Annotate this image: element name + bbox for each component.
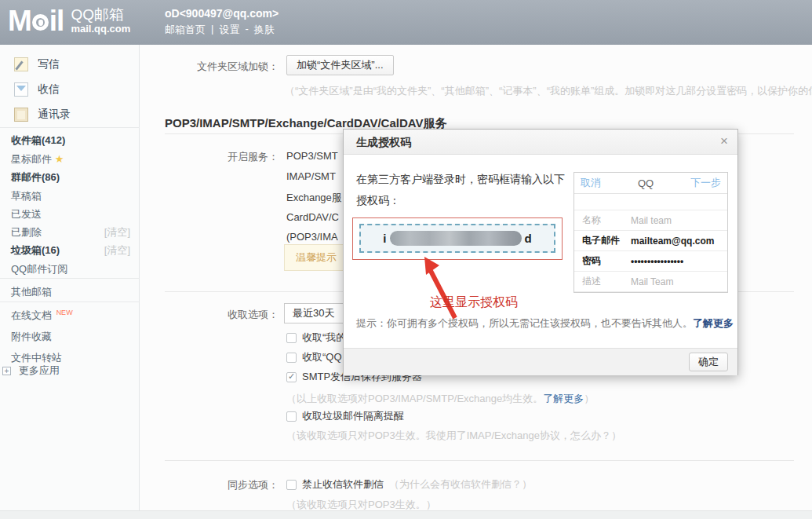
service-carddav[interactable]: CardDAV/C xyxy=(286,211,339,223)
sidebar-item-inbox[interactable]: 收件箱(412) xyxy=(11,133,65,148)
sidebar-divider xyxy=(0,127,140,128)
instruction-line-1: 在第三方客户端登录时，密码框请输入以下 xyxy=(356,169,592,190)
sidebar-item-subscriptions[interactable]: QQ邮件订阅 xyxy=(11,262,67,276)
sidebar-item-contacts[interactable]: 通讯录 xyxy=(14,108,71,122)
deleted-clear-link[interactable]: [清空] xyxy=(104,225,130,239)
sidebar-item-more-apps[interactable]: + 更多应用 xyxy=(2,364,60,378)
sync-options-label: 同步选项： xyxy=(145,478,279,492)
lock-folder-area-button[interactable]: 加锁“文件夹区域”... xyxy=(286,55,394,75)
logo-text-il: il xyxy=(49,5,64,38)
nav-settings-link[interactable]: 设置 xyxy=(219,23,239,37)
logo-text-m: M xyxy=(8,5,31,38)
dialog-learn-more-link[interactable]: 了解更多 xyxy=(693,317,734,329)
logo-domain: mail.qq.com xyxy=(71,24,130,35)
auth-code-prefix: i xyxy=(383,232,386,245)
sidebar-item-compose[interactable]: 写信 xyxy=(14,57,60,71)
sidebar-divider xyxy=(0,278,140,279)
sidebar-item-deleted[interactable]: 已删除 [清空] xyxy=(11,225,130,239)
fetch-qq-checkbox[interactable] xyxy=(286,353,297,363)
more-apps-label: 更多应用 xyxy=(19,364,60,376)
sidebar: 写信 收信 通讯录 收件箱(412) 星标邮件 ★ 群邮件(86) 草稿箱 已发… xyxy=(0,45,140,519)
receive-label: 收信 xyxy=(38,82,60,97)
sync-question-link[interactable]: （为什么会有收信软件删信？） xyxy=(389,477,532,492)
header: M il QQ邮箱 mail.qq.com oD<900497@qq.com> … xyxy=(0,0,812,45)
services-label: 开启服务： xyxy=(145,150,279,164)
fetch-note-1-text: （以上收取选项对POP3/IMAP/SMTP/Exchange均生效。 xyxy=(286,393,543,404)
spam-reminder-label: 收取垃圾邮件隔离提醒 xyxy=(302,409,404,423)
sync-forbid-delete-row: 禁止收信软件删信 （为什么会有收信软件删信？） xyxy=(286,477,532,492)
fetch-my-folders-checkbox[interactable] xyxy=(286,333,297,343)
services-note: (POP3/IMA xyxy=(286,231,338,243)
sync-forbid-delete-label: 禁止收信软件删信 xyxy=(302,477,384,492)
nav-mail-home-link[interactable]: 邮箱首页 xyxy=(165,23,206,37)
sidebar-divider xyxy=(0,302,140,302)
section-divider xyxy=(165,460,794,461)
client-cancel-label: 取消 xyxy=(581,176,601,190)
sidebar-item-group-mail[interactable]: 群邮件(86) xyxy=(11,170,60,185)
fetch-my-folders-row: 收取“我的 xyxy=(286,331,346,345)
client-description-label: 描述 xyxy=(582,275,631,288)
client-config-illustration: 取消 QQ 下一步 名称 Mail team 电子邮件 mailteam@qq.… xyxy=(573,172,728,293)
service-imap-smtp[interactable]: IMAP/SMT xyxy=(286,170,336,182)
folder-lock-note: （“文件夹区域”是由“我的文件夹”、“其他邮箱”、“记事本”、“我的账单”组成。… xyxy=(285,84,812,98)
sidebar-item-online-docs[interactable]: 在线文档 NEW xyxy=(11,309,73,323)
star-icon: ★ xyxy=(55,153,64,165)
dialog-tip: 提示：你可拥有多个授权码，所以无需记住该授权码，也不要告诉其他人。了解更多 xyxy=(356,316,734,331)
service-pop3-smtp[interactable]: POP3/SMT xyxy=(286,150,338,162)
spam-reminder-checkbox[interactable] xyxy=(286,411,297,422)
sidebar-item-drafts[interactable]: 草稿箱 xyxy=(11,189,42,203)
online-docs-label: 在线文档 xyxy=(11,309,52,321)
fetch-my-folders-label: 收取“我的 xyxy=(302,331,346,345)
compose-pencil-icon xyxy=(14,57,28,71)
logo-subtext: QQ邮箱 mail.qq.com xyxy=(71,7,130,35)
sidebar-item-spam[interactable]: 垃圾箱(16) [清空] xyxy=(11,243,130,258)
fetch-options-label: 收取选项： xyxy=(145,308,279,322)
spam-clear-link[interactable]: [清空] xyxy=(104,243,130,258)
sidebar-item-sent[interactable]: 已发送 xyxy=(11,207,42,221)
contacts-label: 通讯录 xyxy=(38,108,71,122)
client-password-label: 密码 xyxy=(582,254,631,268)
client-row-description: 描述 Mail Team xyxy=(574,272,727,292)
receive-envelope-icon xyxy=(14,82,28,97)
nav-separator: | xyxy=(211,23,213,37)
dialog-title: 生成授权码 xyxy=(356,136,411,148)
client-row-password: 密码 •••••••••••••••• xyxy=(574,251,727,272)
dialog-footer: 确定 xyxy=(344,348,737,375)
smtp-save-checkbox[interactable] xyxy=(286,372,297,382)
generate-auth-code-dialog: 生成授权码 × 在第三方客户端登录时，密码框请输入以下 授权码： i d 这里显… xyxy=(343,129,738,375)
mail-logo-icon xyxy=(32,14,49,31)
sidebar-item-inbox-check[interactable]: 收信 xyxy=(14,82,60,97)
sidebar-item-starred[interactable]: 星标邮件 ★ xyxy=(11,152,64,166)
sync-forbid-delete-checkbox[interactable] xyxy=(286,480,297,490)
nav-skin-link[interactable]: 换肤 xyxy=(254,23,275,37)
page-bottom-strip xyxy=(0,510,812,519)
fetch-note-1: （以上收取选项对POP3/IMAP/SMTP/Exchange均生效。了解更多） xyxy=(286,392,594,406)
close-icon[interactable]: × xyxy=(720,133,728,149)
client-name-value: Mail team xyxy=(631,215,672,226)
logo-product-name: QQ邮箱 xyxy=(71,7,130,24)
fetch-note-1-close: ） xyxy=(584,393,594,404)
auth-code-highlight-frame: i d xyxy=(352,217,563,260)
client-row-name: 名称 Mail team xyxy=(574,210,727,231)
client-spacer xyxy=(574,194,727,210)
sidebar-item-attachments[interactable]: 附件收藏 xyxy=(11,330,52,344)
deleted-label: 已删除 xyxy=(11,225,42,239)
service-exchange[interactable]: Exchange服 xyxy=(286,191,342,205)
client-email-value: mailteam@qq.com xyxy=(631,236,714,247)
contacts-book-icon xyxy=(14,108,28,122)
dialog-titlebar: 生成授权码 × xyxy=(344,130,737,155)
expand-plus-icon[interactable]: + xyxy=(2,367,11,375)
auth-code-field[interactable]: i d xyxy=(359,224,555,253)
auth-code-suffix: d xyxy=(525,232,532,245)
sidebar-item-other-mailbox[interactable]: 其他邮箱 xyxy=(11,285,52,299)
ok-button[interactable]: 确定 xyxy=(689,353,728,371)
spam-reminder-row: 收取垃圾邮件隔离提醒 xyxy=(286,409,404,423)
warm-tip-label[interactable]: 温馨提示 xyxy=(296,251,337,263)
client-header: 取消 QQ 下一步 xyxy=(574,173,727,194)
qqmail-logo[interactable]: M il QQ邮箱 mail.qq.com xyxy=(8,5,130,38)
client-name-label: 名称 xyxy=(582,214,631,227)
client-description-value: Mail Team xyxy=(631,276,673,287)
client-next-label: 下一步 xyxy=(690,176,721,190)
account-address: oD<900497@qq.com> xyxy=(165,7,279,20)
learn-more-link[interactable]: 了解更多 xyxy=(543,393,584,404)
